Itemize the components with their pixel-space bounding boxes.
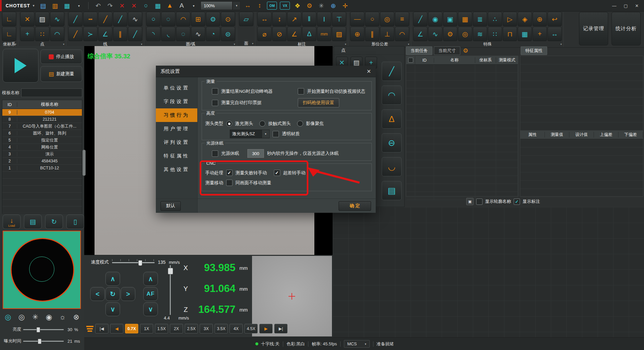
task-row-empty[interactable] [406,96,518,104]
jog-up-button[interactable]: ∧ [105,272,120,286]
profile-icon[interactable]: ◠ [395,27,409,41]
bisector-line-icon[interactable]: ≻ [83,27,97,41]
array-measure-icon[interactable]: ≣ [473,12,487,26]
wave-measure-icon[interactable]: ∿ [428,27,442,41]
sparkle-gear-icon[interactable]: ✳ [317,1,326,10]
settings-menu-item[interactable]: 习惯行为 [156,108,197,122]
settings-menu-item[interactable]: 评判设置 [156,136,197,149]
fit-height-icon[interactable]: ↕ [255,1,264,10]
pick-icon[interactable]: ○ [141,1,150,10]
coordinate-system-select[interactable]: MCS ▾ [344,340,369,348]
point-set-icon[interactable]: ∷ [488,27,502,41]
tab-current-dimension[interactable]: 当前尺寸 [434,46,460,55]
wave-line-icon[interactable]: ∿ [128,12,142,26]
magnification-4.5x[interactable]: 4.5X [244,324,258,333]
array-point-icon[interactable]: ∷ [35,27,49,41]
distance-dimension-icon[interactable]: ↗ [287,12,301,26]
save-template-button[interactable]: ▤ [24,214,42,229]
same-screen-checkbox[interactable] [226,180,232,186]
probe-compensate-icon[interactable]: ╱ [413,12,427,26]
middle-point-icon[interactable]: + [20,27,34,41]
scan-gun-settings-button[interactable]: 扫码枪使用设置 [298,98,339,107]
point-cloud-icon[interactable]: ∴ [488,12,502,26]
symmetry-icon[interactable]: ≡ [395,12,409,26]
layers-icon[interactable]: ▣ [466,198,474,205]
surface-point-icon[interactable]: ▨ [35,12,49,26]
maximize-button[interactable]: ▢ [624,3,628,8]
statistics-button[interactable]: 统计分析 [612,12,641,45]
magnification-3.5x[interactable]: 3.5X [215,324,228,333]
print-icon[interactable]: ▦ [62,1,71,10]
settings-menu-item[interactable]: 单位设置 [156,81,197,95]
feature-row-empty[interactable] [520,114,643,122]
ellipse-icon[interactable]: ⊜ [221,27,235,41]
gear-target-icon[interactable]: ◈ [518,12,532,26]
camera-next-button[interactable]: ▶ [259,324,273,333]
jog-right-button[interactable]: > [121,287,135,301]
touch-probe-radio[interactable] [259,121,265,127]
task-row-empty[interactable] [406,88,518,96]
close-button[interactable]: ✕ [635,3,639,8]
angle-dimension-icon[interactable]: ∠ [287,27,301,41]
group-dropdown-caret[interactable]: ▾ [234,43,235,46]
template-row[interactable]: 24584345 [2,158,82,165]
vx-display-button[interactable]: VX [280,2,290,10]
cnc-settings-icon[interactable]: ⚙ [443,27,457,41]
feature-row-empty[interactable] [520,64,643,73]
radius-dimension-icon[interactable]: ⊘ [272,27,287,41]
segment-line-icon[interactable]: ╱ [68,27,83,41]
task-row-empty[interactable] [406,65,518,73]
speed-slider[interactable] [112,259,155,265]
closed-spline-icon[interactable]: ◔ [206,27,220,41]
lens-icon[interactable] [86,324,94,333]
task-row-empty[interactable] [406,168,518,176]
scan-circle-icon[interactable]: ◌ [161,12,175,26]
redo-icon[interactable]: ↷ [105,1,114,10]
default-button[interactable]: 默认 [161,201,181,211]
template-row-empty[interactable] [2,206,82,213]
save-icon[interactable]: ▤ [38,1,47,10]
curve-point-icon[interactable]: ◠ [50,27,64,41]
template-row[interactable]: 5指定位置 [2,137,82,144]
confirm-button[interactable]: 确 定 [339,201,371,211]
screen-capture-icon[interactable]: ▣ [443,12,457,26]
feature-row-empty[interactable] [520,106,643,114]
laser-probe-radio[interactable] [226,121,232,127]
concentricity-icon[interactable]: ◎ [380,12,394,26]
arc-icon[interactable]: ◝ [146,27,161,41]
magnification-2.5x[interactable]: 2.5X [185,324,198,333]
taper-dimension-icon[interactable]: ∆ [302,27,316,41]
new-measure-button[interactable]: ▤ 新建测量 [40,66,82,82]
chevron-down-icon[interactable]: ▾ [232,1,240,10]
task-row-empty[interactable] [406,184,518,192]
task-row-empty[interactable] [406,144,518,152]
template-row-empty[interactable] [2,193,82,200]
tab-feature-attributes[interactable]: 特征属性 [521,46,547,55]
magnification-1x[interactable]: 1X [140,324,153,333]
spot-light-icon[interactable]: ◉ [44,312,54,322]
transparent-material-checkbox[interactable] [273,131,279,137]
camera-last-button[interactable]: ▶| [274,324,288,333]
z-up-button[interactable]: ∧ [143,272,158,286]
feature-row-empty[interactable] [520,164,643,172]
task-row-empty[interactable] [406,73,518,81]
show-annotation-checkbox[interactable]: ✓ [514,199,520,205]
sleep-seconds-input[interactable]: 300 [247,149,264,158]
scan-line-icon[interactable]: ╱ [68,12,83,26]
magnification-2x[interactable]: 2X [170,324,183,333]
font-caret-icon[interactable]: ▾ [189,1,198,10]
select-all-checkbox[interactable] [408,58,413,63]
records-button[interactable]: 记录管理 [579,12,608,45]
diameter-dimension-icon[interactable]: ⌀ [257,27,272,41]
delete-template-button[interactable]: ▯ [66,214,84,229]
exposure-slider[interactable] [23,339,64,343]
group-dropdown-caret[interactable]: ▾ [408,43,409,46]
laser-probe-select[interactable]: 激光测头SZ ▾ [230,130,270,138]
delete-icon[interactable]: ✕ [117,1,126,10]
om-display-button[interactable]: OM [267,2,277,10]
auto-print-checkbox[interactable] [212,100,218,106]
image-focus-radio[interactable] [297,121,303,127]
ring-light-icon[interactable]: ◎ [3,312,13,322]
refresh-templates-button[interactable]: ↻ [45,214,63,229]
ng-beep-checkbox[interactable] [212,88,218,94]
